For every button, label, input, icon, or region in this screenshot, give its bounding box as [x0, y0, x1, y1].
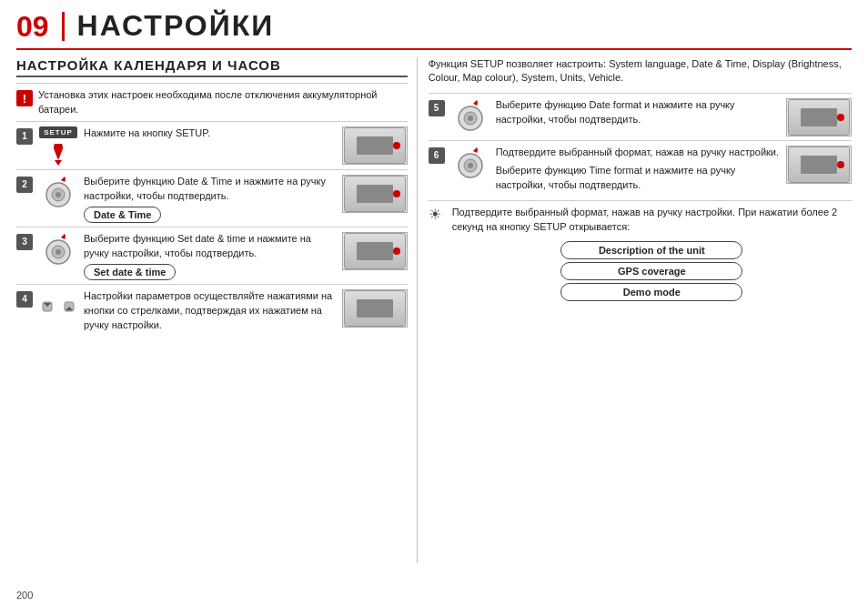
- svg-point-16: [468, 163, 473, 168]
- sun-text: Подтвердите выбранный формат, нажав на р…: [452, 206, 852, 235]
- left-column: НАСТРОЙКА КАЛЕНДАРЯ И ЧАСОВ ! Установка …: [16, 57, 418, 563]
- device-screen-2: [357, 185, 393, 203]
- knob-icon-6: [453, 146, 488, 180]
- svg-point-13: [468, 116, 473, 121]
- step-2-content: Выберите функцию Date & Time и нажмите н…: [84, 175, 337, 223]
- device-screen-3: [357, 242, 393, 260]
- step-2-number: 2: [16, 177, 33, 193]
- section-title: НАСТРОЙКА КАЛЕНДАРЯ И ЧАСОВ: [16, 57, 408, 77]
- step-3-text: Выберите функцию Set date & time и нажми…: [84, 232, 337, 261]
- step-warn: ! Установка этих настроек необходима пос…: [16, 83, 408, 121]
- knob-icon-2: [41, 175, 76, 209]
- step-4-text: Настройки параметров осуществляйте нажат…: [84, 289, 337, 333]
- knob-icon-3: [41, 232, 76, 267]
- step-3-content: Выберите функцию Set date & time и нажми…: [84, 232, 337, 280]
- step-4-number: 4: [16, 291, 33, 308]
- sun-icon: ☀: [429, 206, 441, 223]
- device-dot-1: [393, 142, 400, 149]
- step-5: 5 Выберите функцию Date format и нажмите…: [429, 93, 852, 140]
- step-1: 1 SETUP Нажмите на кнопку SETUP.: [16, 121, 408, 169]
- device-dot-3: [393, 247, 400, 255]
- device-dot-2: [393, 190, 400, 197]
- step-1-icon: SETUP: [38, 126, 78, 166]
- setup-button-icon: SETUP: [39, 126, 77, 138]
- device-mock-1: [344, 127, 406, 164]
- step-3-device-image: [342, 232, 408, 270]
- step-4-icon: [38, 289, 78, 324]
- step-6-icon: [450, 146, 490, 180]
- step-1-text: Нажмите на кнопку SETUP.: [84, 126, 337, 141]
- page: 09 НАСТРОЙКИ НАСТРОЙКА КАЛЕНДАРЯ И ЧАСОВ…: [0, 0, 868, 606]
- device-screen-1: [357, 136, 393, 155]
- right-column: Функция SETUP позволяет настроить: Syste…: [418, 57, 852, 563]
- step-3: 3 Выберите функцию Set date & time и наж…: [16, 227, 408, 284]
- step-5-text: Выберите функцию Date format и нажмите н…: [496, 98, 781, 127]
- device-dot-5: [837, 114, 844, 121]
- svg-point-3: [56, 192, 61, 197]
- device-mock-2: [344, 176, 406, 212]
- device-mock-4: [344, 290, 406, 327]
- warning-icon: !: [16, 90, 33, 106]
- step-1-device-image: [342, 126, 408, 165]
- step-5-number: 5: [429, 100, 445, 116]
- step-2-badge: Date & Time: [84, 207, 161, 223]
- step-4: 4 Настройки параметров осуществляйте наж…: [16, 284, 408, 337]
- step-6-text1: Подтвердите выбранный формат, нажав на р…: [496, 146, 781, 160]
- step-2: 2 Выберите функцию Date & Time и нажмите…: [16, 169, 408, 227]
- button-group: Description of the unit GPS coverage Dem…: [452, 241, 852, 301]
- step-6-device-image: [786, 146, 852, 184]
- step-2-icon: [38, 175, 78, 209]
- svg-marker-0: [55, 160, 62, 166]
- sun-content: Подтвердите выбранный формат, нажав на р…: [452, 206, 852, 302]
- svg-point-6: [56, 249, 61, 255]
- device-mock-5: [788, 99, 850, 136]
- step-6-number: 6: [429, 147, 445, 164]
- chapter-title: НАСТРОЙКИ: [77, 9, 275, 43]
- arrow-down-icon: [45, 140, 71, 166]
- chapter-number: 09: [16, 12, 65, 41]
- device-screen-5: [801, 108, 837, 126]
- step-6-content: Подтвердите выбранный формат, нажав на р…: [496, 146, 781, 193]
- step-5-icon: [450, 98, 490, 133]
- demo-mode-button[interactable]: Demo mode: [560, 283, 742, 301]
- warn-text: Установка этих настроек необходима после…: [38, 88, 408, 117]
- device-mock-6: [788, 146, 850, 183]
- device-dot-6: [837, 161, 844, 168]
- step-1-number: 1: [16, 128, 33, 145]
- main-content: НАСТРОЙКА КАЛЕНДАРЯ И ЧАСОВ ! Установка …: [16, 57, 852, 563]
- gps-coverage-button[interactable]: GPS coverage: [560, 262, 742, 280]
- knob-icon-5: [453, 98, 488, 133]
- device-screen-4: [357, 299, 393, 318]
- step-2-device-image: [342, 175, 408, 213]
- step-3-badge: Set date & time: [84, 264, 176, 280]
- step-4-device-image: [342, 289, 408, 328]
- step-3-icon: [38, 232, 78, 267]
- step-3-number: 3: [16, 234, 33, 250]
- page-header: 09 НАСТРОЙКИ: [16, 9, 852, 50]
- step-2-text: Выберите функцию Date & Time и нажмите н…: [84, 175, 337, 204]
- page-number: 200: [16, 590, 33, 601]
- arrow-keys-icon: [41, 289, 76, 324]
- device-mock-3: [344, 233, 406, 269]
- step-sun: ☀ Подтвердите выбранный формат, нажав на…: [429, 200, 852, 306]
- step-5-device-image: [786, 98, 852, 136]
- step-6-text2: Выберите функцию Time format и нажмите н…: [496, 164, 781, 193]
- step-6: 6 Подтвердите выбранный формат, нажав на…: [429, 140, 852, 197]
- device-screen-6: [801, 156, 837, 174]
- description-button[interactable]: Description of the unit: [560, 241, 742, 259]
- top-info-text: Функция SETUP позволяет настроить: Syste…: [429, 57, 852, 86]
